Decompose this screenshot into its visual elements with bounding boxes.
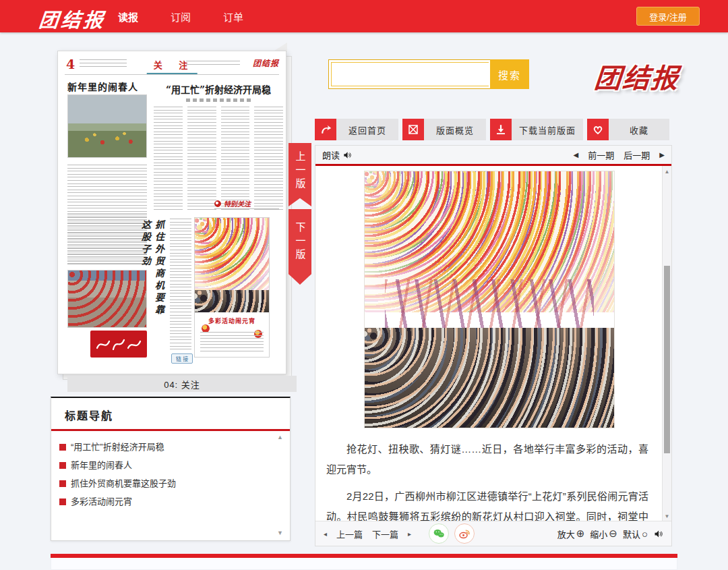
scroll-down-icon[interactable]: ▼ [663,513,671,519]
link-label: 链 接 [171,353,193,364]
zoom-out-button[interactable]: 缩小⊖ [590,528,617,540]
title-nav-item-label: 新年里的闹春人 [71,456,132,474]
site-logo[interactable]: 团结报 [38,4,107,32]
nav-item-orders[interactable]: 订单 [223,9,243,24]
next-page-tab[interactable]: 下一版 [289,209,311,285]
back-home-button[interactable]: 返回首页 [315,119,398,140]
layout-grid-icon [402,119,424,140]
title-nav-item[interactable]: 抓住外贸商机要靠这股子劲 [59,474,272,492]
article-photo-lanterns [364,171,615,428]
title-nav-item[interactable]: “用工忙”折射经济开局稳 [59,438,272,456]
bullet-icon [59,498,66,505]
view-controls: 放大⊕ 缩小⊖ 默认○ [557,528,663,540]
fake-text-main [154,107,283,210]
title-nav-item[interactable]: 多彩活动闹元宵 [59,492,272,511]
lantern-article-photo: 多彩活动闹元宵 [194,217,270,358]
scroll-up-icon[interactable]: ▲ [663,169,671,175]
top-navigation-bar: 团结报 读报 订阅 订单 登录/注册 [0,0,728,32]
page-overview-button[interactable]: 版面概览 [402,119,486,140]
volume-icon[interactable] [653,529,663,539]
title-navigation-panel: 标题导航 ▲ “用工忙”折射经济开局稳 新年里的闹春人 抓住外贸商机要靠这股子劲… [51,397,291,541]
next-article-button[interactable]: 下一篇 [372,528,398,540]
mini-masthead: 团结报 [253,57,279,68]
page-caption: 04: 关注 [67,376,297,392]
lantern-streamers [385,279,595,328]
title-nav-item-label: 多彩活动闹元宵 [71,492,132,511]
weibo-share-icon[interactable] [454,523,475,544]
download-page-label: 下载当前版面 [512,119,583,140]
prev-article-button[interactable]: 上一篇 [336,528,363,540]
download-page-button[interactable]: 下载当前版面 [490,119,583,140]
article-paragraph: 抢花灯、扭秧歌、猜灯谜……近日，各地举行丰富多彩的活动，喜迎元宵节。 [326,439,648,480]
read-aloud-button[interactable]: 朗读 [322,148,352,161]
share-buttons [429,523,475,544]
next-issue-arrow-icon: ▶ [659,151,665,159]
search-input[interactable] [331,62,489,86]
next-article-arrow-icon: ▸ [408,530,411,538]
issue-info-lines [186,61,240,67]
return-arrow-icon [315,119,336,140]
zoom-in-button[interactable]: 放大⊕ [557,528,585,540]
list-scroll-up-icon[interactable]: ▲ [277,434,283,440]
fake-text-mid [67,213,147,266]
lantern-confetti [195,218,269,290]
article-scrollbar[interactable]: ▲ ▼ [662,166,671,522]
calligraphy-stamp [90,331,147,358]
title-nav-item[interactable]: 新年里的闹春人 [59,456,272,474]
favorite-label: 收藏 [609,119,669,140]
list-scroll-down-icon[interactable]: ▼ [277,530,283,536]
issue-navigation: ◀ 前一期 后一期 ▶ [574,148,665,161]
fake-text-vcol [170,219,191,351]
zoom-out-label: 缩小 [590,528,607,540]
zoom-default-label: 默认 [623,528,640,540]
title-nav-item-label: 抓住外贸商机要靠这股子劲 [71,474,176,492]
wechat-share-icon[interactable] [429,523,449,544]
special-focus-icon [214,200,221,207]
article-panel-footer: ◂ 上一篇 下一篇 ▸ 放大⊕ 缩小⊖ 默认○ [315,521,671,546]
brand-logo: 团结报 [593,57,681,96]
back-home-label: 返回首页 [336,119,398,140]
byline-lines [186,98,251,102]
search-bar: 搜索 [328,59,529,89]
next-issue-button[interactable]: 后一期 [624,148,650,161]
preview-headline-main: “用工忙”折射经济开局稳 [154,82,283,96]
page-number: 4 [66,57,75,72]
zoom-in-icon: ⊕ [576,528,585,540]
page-overview-label: 版面概览 [424,119,486,140]
title-nav-item-label: “用工忙”折射经济开局稳 [71,438,164,456]
bullet-icon [59,480,66,487]
zoom-in-label: 放大 [557,528,575,540]
article-panel: 朗读 ◀ 前一期 后一期 ▶ 抢花灯、扭秧歌、猜灯谜……近日，各地举行丰富多彩的… [315,145,672,546]
read-aloud-label: 朗读 [322,148,340,161]
nav-item-subscribe[interactable]: 订阅 [171,9,191,24]
article-content: 抢花灯、扭秧歌、猜灯谜……近日，各地举行丰富多彩的活动，喜迎元宵节。 2月22日… [315,166,671,522]
login-register-button[interactable]: 登录/注册 [636,7,700,26]
newspaper-facsimile: 4 关 注 团结报 新年里的闹春人 “用工忙”折射经济开局稳 抓住外贸商机要靠这… [58,51,286,374]
article-navigation: ◂ 上一篇 下一篇 ▸ [324,528,411,540]
page: 团结报 读报 订阅 订单 登录/注册 4 关 注 团结报 新年里的闹春人 “用工… [0,0,728,570]
title-navigation-heading: 标题导航 [51,398,290,429]
fake-text-photo [200,332,264,352]
scrollbar-thumb[interactable] [664,266,670,453]
download-icon [490,119,512,140]
newspaper-page-preview[interactable]: 4 关 注 团结报 新年里的闹春人 “用工忙”折射经济开局稳 抓住外贸商机要靠这… [57,51,286,374]
preview-headline-photo-band: 多彩活动闹元宵 [199,316,265,325]
search-button[interactable]: 搜索 [490,59,529,89]
prev-article-arrow-icon: ◂ [324,530,327,538]
favorite-button[interactable]: 收藏 [587,119,669,140]
zoom-default-button[interactable]: 默认○ [623,528,648,540]
heart-icon [587,119,609,140]
crowd-reaching [365,328,614,428]
dancers-photo [67,94,147,158]
nav-item-read[interactable]: 读报 [118,9,138,24]
preview-headline-vertical: 抓住外贸商机要靠这股子劲 [148,220,166,328]
prev-issue-button[interactable]: 前一期 [588,148,614,161]
previous-page-tab[interactable]: 上一版 [289,143,311,206]
lantern-crowd [195,290,269,312]
preview-headline-left: 新年里的闹春人 [67,80,148,93]
header-smalltext [80,59,127,69]
bullet-icon [59,444,66,451]
special-focus-badge: 特别关注 [214,198,279,209]
speaker-icon [342,150,352,160]
zoom-default-icon: ○ [642,528,648,540]
